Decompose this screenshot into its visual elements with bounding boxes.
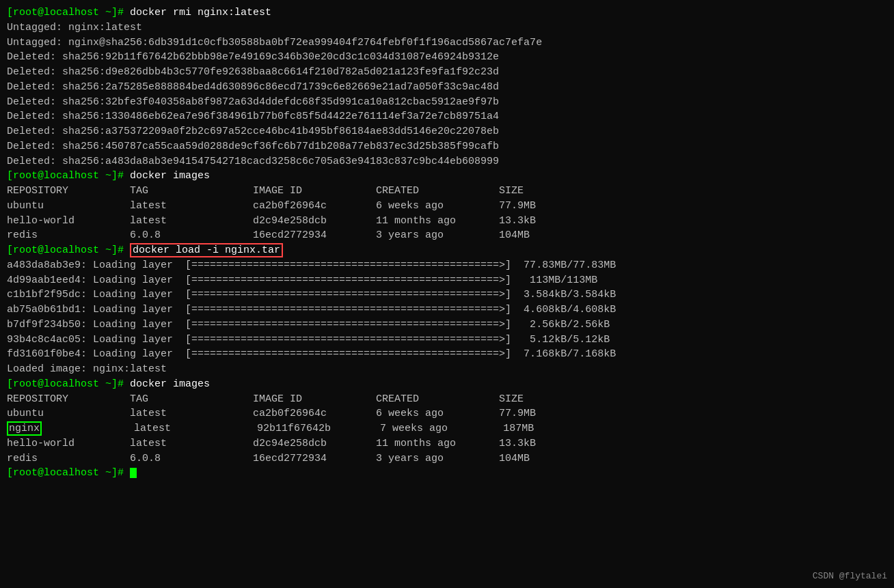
prompt: [root@localhost ~]# — [7, 467, 130, 479]
terminal-line: Deleted: sha256:2a75285e888884bed4d63089… — [7, 80, 887, 95]
terminal-line: [root@localhost ~]# docker rmi nginx:lat… — [7, 5, 887, 20]
output-line: Loaded image: nginx:latest — [7, 363, 167, 375]
prompt: [root@localhost ~]# — [7, 378, 130, 390]
watermark: CSDN @flytalei — [813, 571, 887, 581]
terminal-line: REPOSITORY TAG IMAGE ID CREATED SIZE — [7, 184, 887, 199]
output-line: Deleted: sha256:1330486eb62ea7e96f384961… — [7, 111, 499, 122]
terminal-line: REPOSITORY TAG IMAGE ID CREATED SIZE — [7, 392, 887, 407]
terminal-line: [root@localhost ~]# — [7, 466, 887, 481]
output-line: Deleted: sha256:a375372209a0f2b2c697a52c… — [7, 126, 499, 137]
command: docker rmi nginx:latest — [130, 7, 271, 18]
output-line: Deleted: sha256:2a75285e888884bed4d63089… — [7, 81, 499, 93]
loading-line: 93b4c8c4ac05: Loading layer [===========… — [7, 334, 610, 346]
terminal-line: ubuntu latest ca2b0f26964c 6 weeks ago 7… — [7, 406, 887, 421]
table-row: redis 6.0.8 16ecd2772934 3 years ago 104… — [7, 229, 530, 241]
prompt: [root@localhost ~]# — [7, 244, 130, 256]
terminal-line: Deleted: sha256:32bfe3f040358ab8f9872a63… — [7, 95, 887, 110]
table-row: ubuntu latest ca2b0f26964c 6 weeks ago 7… — [7, 200, 536, 212]
loading-line: c1b1bf2f95dc: Loading layer [===========… — [7, 289, 616, 300]
terminal-line: Deleted: sha256:a483da8ab3e941547542718c… — [7, 154, 887, 169]
terminal-line: Deleted: sha256:92b11f67642b62bbb98e7e49… — [7, 50, 887, 65]
table-header: REPOSITORY TAG IMAGE ID CREATED SIZE — [7, 393, 524, 405]
terminal-line: c1b1bf2f95dc: Loading layer [===========… — [7, 288, 887, 303]
terminal-line: redis 6.0.8 16ecd2772934 3 years ago 104… — [7, 451, 887, 466]
table-row: hello-world latest d2c94e258dcb 11 month… — [7, 215, 536, 227]
table-row: redis 6.0.8 16ecd2772934 3 years ago 104… — [7, 453, 530, 464]
output-line: Deleted: sha256:92b11f67642b62bbb98e7e49… — [7, 51, 499, 63]
command: docker images — [130, 378, 210, 390]
terminal-line: Deleted: sha256:d9e826dbb4b3c5770fe92638… — [7, 65, 887, 80]
table-row: hello-world latest d2c94e258dcb 11 month… — [7, 438, 536, 449]
loading-line: a483da8ab3e9: Loading layer [===========… — [7, 260, 616, 271]
table-header: REPOSITORY TAG IMAGE ID CREATED SIZE — [7, 185, 524, 197]
command-boxed: docker load -i nginx.tar — [130, 243, 283, 257]
terminal-line: hello-world latest d2c94e258dcb 11 month… — [7, 214, 887, 229]
terminal-line: Deleted: sha256:a375372209a0f2b2c697a52c… — [7, 124, 887, 139]
terminal: [root@localhost ~]# docker rmi nginx:lat… — [0, 0, 894, 588]
prompt: [root@localhost ~]# — [7, 7, 130, 18]
terminal-line: 93b4c8c4ac05: Loading layer [===========… — [7, 333, 887, 348]
terminal-line: a483da8ab3e9: Loading layer [===========… — [7, 258, 887, 273]
terminal-line: 4d99aab1eed4: Loading layer [===========… — [7, 273, 887, 288]
loading-line: 4d99aab1eed4: Loading layer [===========… — [7, 275, 597, 286]
terminal-line: fd31601f0be4: Loading layer [===========… — [7, 347, 887, 362]
output-line: Deleted: sha256:32bfe3f040358ab8f9872a63… — [7, 96, 499, 108]
output-line: Untagged: nginx:latest — [7, 22, 142, 33]
output-line: Deleted: sha256:d9e826dbb4b3c5770fe92638… — [7, 66, 499, 78]
terminal-line: [root@localhost ~]# docker images — [7, 169, 887, 184]
terminal-line: ab75a0b61bd1: Loading layer [===========… — [7, 303, 887, 318]
terminal-line: redis 6.0.8 16ecd2772934 3 years ago 104… — [7, 228, 887, 243]
table-row: ubuntu latest ca2b0f26964c 6 weeks ago 7… — [7, 408, 536, 419]
output-line: Deleted: sha256:450787ca55caa59d0288de9c… — [7, 141, 499, 152]
terminal-line: Deleted: sha256:1330486eb62ea7e96f384961… — [7, 109, 887, 124]
terminal-line: Untagged: nginx@sha256:6db391d1c0cfb3058… — [7, 36, 887, 51]
prompt: [root@localhost ~]# — [7, 170, 130, 182]
terminal-line: ubuntu latest ca2b0f26964c 6 weeks ago 7… — [7, 199, 887, 214]
terminal-line: [root@localhost ~]# docker load -i nginx… — [7, 243, 887, 258]
table-row-boxed: nginx — [7, 421, 42, 436]
output-line: Untagged: nginx@sha256:6db391d1c0cfb3058… — [7, 37, 542, 48]
loading-line: ab75a0b61bd1: Loading layer [===========… — [7, 304, 616, 316]
terminal-line: Deleted: sha256:450787ca55caa59d0288de9c… — [7, 139, 887, 154]
terminal-line: hello-world latest d2c94e258dcb 11 month… — [7, 436, 887, 451]
terminal-line: Loaded image: nginx:latest — [7, 362, 887, 377]
table-row-rest: latest 92b11f67642b 7 weeks ago 187MB — [42, 423, 534, 434]
terminal-line: nginx latest 92b11f67642b 7 weeks ago 18… — [7, 421, 887, 436]
output-line: Deleted: sha256:a483da8ab3e941547542718c… — [7, 156, 499, 167]
terminal-line: [root@localhost ~]# docker images — [7, 377, 887, 392]
loading-line: fd31601f0be4: Loading layer [===========… — [7, 348, 616, 360]
terminal-line: b7df9f234b50: Loading layer [===========… — [7, 318, 887, 333]
loading-line: b7df9f234b50: Loading layer [===========… — [7, 319, 610, 331]
command: docker images — [130, 170, 210, 182]
terminal-line: Untagged: nginx:latest — [7, 20, 887, 36]
cursor — [130, 468, 137, 478]
